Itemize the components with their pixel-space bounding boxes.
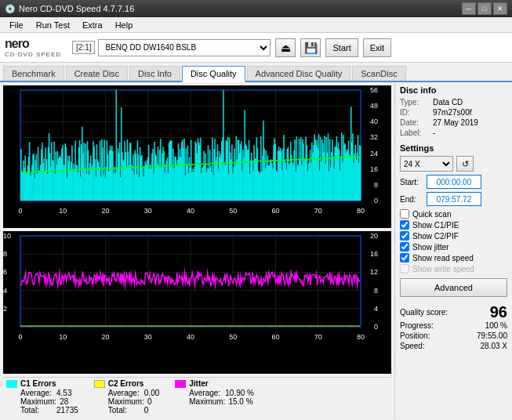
legend-c2-stats: Average: 0.00 Maximum: 0 Total: 0	[94, 389, 159, 415]
show-c1-pie-checkbox[interactable]	[400, 220, 409, 230]
quick-scan-checkbox[interactable]	[400, 209, 409, 219]
show-jitter-label: Show jitter	[412, 243, 449, 252]
title-bar: 💿 Nero CD-DVD Speed 4.7.7.16 ─ □ ✕	[0, 0, 512, 17]
legend-c1-label: C1 Errors	[20, 379, 56, 388]
chart1-container	[3, 85, 391, 228]
date-label: Date:	[400, 118, 430, 127]
close-button[interactable]: ✕	[493, 2, 507, 15]
chart-area: C1 Errors Average: 4.53 Maximum: 28 Tota…	[0, 82, 394, 419]
disc-label-label: Label:	[400, 129, 430, 137]
legend-area: C1 Errors Average: 4.53 Maximum: 28 Tota…	[3, 377, 391, 416]
quality-score-value: 96	[490, 303, 507, 321]
chart1-canvas	[3, 85, 379, 215]
toolbar: nero CD·DVD SPEED [2:1] BENQ DD DW1640 B…	[0, 33, 512, 63]
app-title: 💿 Nero CD-DVD Speed 4.7.7.16	[5, 4, 134, 14]
legend-jitter-stats: Average: 10.90 % Maximum: 15.0 %	[175, 389, 254, 406]
window-controls: ─ □ ✕	[462, 2, 507, 15]
tab-disc-quality[interactable]: Disc Quality	[182, 66, 245, 82]
legend-jitter-header: Jitter	[175, 379, 254, 388]
speed-value: 28.03 X	[481, 342, 507, 350]
settings-section: Settings 24 X ↺ Start: End: Quick scan	[400, 143, 507, 297]
date-value: 27 May 2019	[433, 118, 478, 127]
disc-info-title: Disc info	[400, 85, 507, 95]
main-content: C1 Errors Average: 4.53 Maximum: 28 Tota…	[0, 82, 512, 419]
start-button[interactable]: Start	[325, 38, 358, 57]
save-button[interactable]: 💾	[300, 38, 321, 57]
menu-file[interactable]: File	[3, 19, 30, 31]
show-c2-pif-label: Show C2/PIF	[412, 232, 459, 241]
drive-number: [2:1]	[72, 41, 95, 54]
exit-button[interactable]: Exit	[363, 38, 391, 57]
show-read-speed-label: Show read speed	[412, 254, 474, 262]
legend-c2-label: C2 Errors	[108, 379, 144, 388]
type-label: Type:	[400, 98, 430, 107]
refresh-button[interactable]: ↺	[456, 156, 474, 172]
logo-sub-text: CD·DVD SPEED	[5, 51, 61, 58]
speed-label: Speed:	[400, 342, 425, 350]
menu-extra[interactable]: Extra	[76, 19, 109, 31]
chart2-container	[3, 231, 391, 374]
quality-score-label: Quality score:	[400, 308, 448, 317]
chart2-canvas	[3, 231, 379, 341]
id-value: 97m27s00f	[433, 108, 471, 117]
show-write-speed-label: Show write speed	[412, 265, 474, 273]
end-time-input[interactable]	[427, 192, 481, 206]
quick-scan-label: Quick scan	[412, 210, 451, 219]
disc-label-value: -	[433, 129, 435, 137]
progress-value: 100 %	[485, 321, 507, 330]
disc-info-section: Disc info Type: Data CD ID: 97m27s00f Da…	[400, 85, 507, 137]
legend-c2-header: C2 Errors	[94, 379, 159, 388]
menu-help[interactable]: Help	[109, 19, 140, 31]
tab-scan-disc[interactable]: ScanDisc	[352, 66, 405, 81]
app-icon: 💿	[5, 4, 16, 14]
legend-c1-color	[6, 380, 17, 388]
minimize-button[interactable]: ─	[462, 2, 476, 15]
tab-disc-info[interactable]: Disc Info	[129, 66, 180, 81]
maximize-button[interactable]: □	[478, 2, 492, 15]
legend-jitter: Jitter Average: 10.90 % Maximum: 15.0 %	[175, 379, 254, 415]
legend-jitter-color	[175, 380, 186, 388]
tab-advanced-disc-quality[interactable]: Advanced Disc Quality	[247, 66, 351, 81]
show-c2-pif-checkbox[interactable]	[400, 231, 409, 241]
advanced-button[interactable]: Advanced	[400, 278, 507, 297]
right-panel: Disc info Type: Data CD ID: 97m27s00f Da…	[394, 82, 512, 419]
legend-c2: C2 Errors Average: 0.00 Maximum: 0 Total…	[94, 379, 159, 415]
start-time-input[interactable]	[427, 175, 481, 189]
eject-button[interactable]: ⏏	[275, 38, 296, 57]
drive-combo[interactable]: BENQ DD DW1640 BSLB	[98, 39, 271, 56]
speed-select[interactable]: 24 X	[400, 156, 453, 172]
start-time-label: Start:	[400, 178, 423, 186]
show-c1-pie-label: Show C1/PIE	[412, 221, 459, 230]
legend-jitter-label: Jitter	[189, 379, 208, 388]
nero-logo: nero CD·DVD SPEED	[5, 37, 61, 58]
legend-c1: C1 Errors Average: 4.53 Maximum: 28 Tota…	[6, 379, 78, 415]
logo-nero-text: nero	[5, 37, 61, 51]
tab-create-disc[interactable]: Create Disc	[66, 66, 128, 81]
menu-run-test[interactable]: Run Test	[30, 19, 76, 31]
menu-bar: File Run Test Extra Help	[0, 17, 512, 33]
legend-c2-color	[94, 380, 105, 388]
end-time-label: End:	[400, 195, 423, 204]
tab-benchmark[interactable]: Benchmark	[3, 66, 64, 81]
legend-c1-stats: Average: 4.53 Maximum: 28 Total: 21735	[6, 389, 78, 415]
show-write-speed-checkbox[interactable]	[400, 264, 409, 273]
id-label: ID:	[400, 108, 430, 117]
drive-selector: [2:1] BENQ DD DW1640 BSLB	[72, 39, 271, 56]
quality-section: Quality score: 96 Progress: 100 % Positi…	[400, 303, 507, 350]
position-label: Position:	[400, 331, 430, 340]
position-value: 79:55.00	[477, 331, 507, 340]
legend-c1-header: C1 Errors	[6, 379, 78, 388]
tab-bar: Benchmark Create Disc Disc Info Disc Qua…	[0, 63, 512, 82]
progress-label: Progress:	[400, 321, 434, 330]
show-read-speed-checkbox[interactable]	[400, 253, 409, 262]
type-value: Data CD	[433, 98, 463, 107]
settings-title: Settings	[400, 143, 507, 153]
show-jitter-checkbox[interactable]	[400, 242, 409, 252]
